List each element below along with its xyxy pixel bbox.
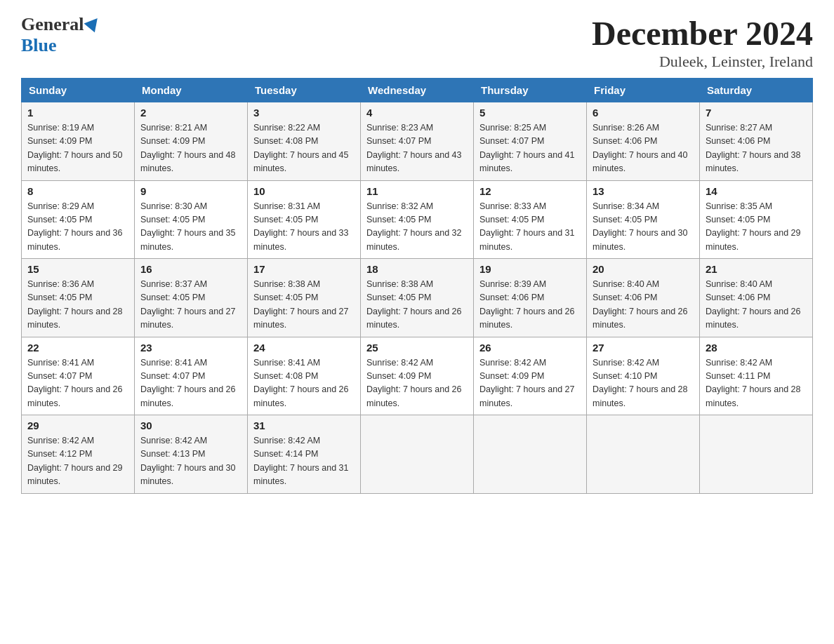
calendar-day-cell: 2Sunrise: 8:21 AMSunset: 4:09 PMDaylight… <box>135 102 248 181</box>
day-number: 21 <box>706 263 807 275</box>
header-saturday: Saturday <box>700 79 813 102</box>
day-info: Sunrise: 8:37 AMSunset: 4:05 PMDaylight:… <box>140 279 236 330</box>
day-number: 2 <box>140 107 241 119</box>
day-info: Sunrise: 8:42 AMSunset: 4:11 PMDaylight:… <box>706 358 801 408</box>
day-number: 8 <box>27 185 128 197</box>
day-number: 10 <box>253 185 355 197</box>
day-info: Sunrise: 8:25 AMSunset: 4:07 PMDaylight:… <box>479 123 575 173</box>
calendar-day-cell: 14Sunrise: 8:35 AMSunset: 4:05 PMDayligh… <box>700 180 813 259</box>
calendar-table: Sunday Monday Tuesday Wednesday Thursday… <box>21 78 813 494</box>
calendar-week-row: 15Sunrise: 8:36 AMSunset: 4:05 PMDayligh… <box>22 259 813 337</box>
calendar-day-cell: 8Sunrise: 8:29 AMSunset: 4:05 PMDaylight… <box>22 180 135 259</box>
calendar-day-cell: 1Sunrise: 8:19 AMSunset: 4:09 PMDaylight… <box>22 102 135 181</box>
header-tuesday: Tuesday <box>248 79 361 102</box>
calendar-day-cell: 27Sunrise: 8:42 AMSunset: 4:10 PMDayligh… <box>587 337 700 415</box>
calendar-day-cell: 15Sunrise: 8:36 AMSunset: 4:05 PMDayligh… <box>22 259 135 337</box>
logo-blue-text: Blue <box>21 35 57 56</box>
day-number: 19 <box>479 263 581 275</box>
calendar-day-cell: 4Sunrise: 8:23 AMSunset: 4:07 PMDaylight… <box>361 102 474 181</box>
day-number: 25 <box>366 342 468 354</box>
day-number: 20 <box>593 263 694 275</box>
day-number: 31 <box>253 420 355 431</box>
header-sunday: Sunday <box>22 79 135 102</box>
day-number: 16 <box>140 263 241 275</box>
day-number: 15 <box>27 263 128 275</box>
day-info: Sunrise: 8:40 AMSunset: 4:06 PMDaylight:… <box>706 279 801 330</box>
day-info: Sunrise: 8:23 AMSunset: 4:07 PMDaylight:… <box>366 123 462 173</box>
calendar-day-cell: 19Sunrise: 8:39 AMSunset: 4:06 PMDayligh… <box>474 259 587 337</box>
calendar-day-cell <box>474 415 587 494</box>
header-thursday: Thursday <box>474 79 587 102</box>
calendar-day-cell <box>361 415 474 494</box>
day-number: 6 <box>593 107 694 119</box>
day-number: 1 <box>27 107 128 119</box>
day-info: Sunrise: 8:41 AMSunset: 4:07 PMDaylight:… <box>27 358 123 408</box>
calendar-day-cell <box>587 415 700 494</box>
calendar-day-cell: 6Sunrise: 8:26 AMSunset: 4:06 PMDaylight… <box>587 102 700 181</box>
calendar-day-cell: 20Sunrise: 8:40 AMSunset: 4:06 PMDayligh… <box>587 259 700 337</box>
day-number: 4 <box>366 107 468 119</box>
calendar-day-cell: 26Sunrise: 8:42 AMSunset: 4:09 PMDayligh… <box>474 337 587 415</box>
day-number: 18 <box>366 263 468 275</box>
calendar-day-cell: 11Sunrise: 8:32 AMSunset: 4:05 PMDayligh… <box>361 180 474 259</box>
day-info: Sunrise: 8:42 AMSunset: 4:10 PMDaylight:… <box>593 358 688 408</box>
day-info: Sunrise: 8:30 AMSunset: 4:05 PMDaylight:… <box>140 201 236 252</box>
calendar-day-cell <box>700 415 813 494</box>
calendar-day-cell: 17Sunrise: 8:38 AMSunset: 4:05 PMDayligh… <box>248 259 361 337</box>
calendar-day-cell: 25Sunrise: 8:42 AMSunset: 4:09 PMDayligh… <box>361 337 474 415</box>
header-wednesday: Wednesday <box>361 79 474 102</box>
header-friday: Friday <box>587 79 700 102</box>
calendar-day-cell: 28Sunrise: 8:42 AMSunset: 4:11 PMDayligh… <box>700 337 813 415</box>
day-number: 30 <box>140 420 241 431</box>
calendar-day-cell: 12Sunrise: 8:33 AMSunset: 4:05 PMDayligh… <box>474 180 587 259</box>
calendar-day-cell: 13Sunrise: 8:34 AMSunset: 4:05 PMDayligh… <box>587 180 700 259</box>
calendar-day-cell: 9Sunrise: 8:30 AMSunset: 4:05 PMDaylight… <box>135 180 248 259</box>
logo: General Blue <box>21 14 100 56</box>
calendar-day-cell: 7Sunrise: 8:27 AMSunset: 4:06 PMDaylight… <box>700 102 813 181</box>
day-number: 3 <box>253 107 355 119</box>
header-monday: Monday <box>135 79 248 102</box>
day-info: Sunrise: 8:36 AMSunset: 4:05 PMDaylight:… <box>27 279 123 330</box>
day-info: Sunrise: 8:38 AMSunset: 4:05 PMDaylight:… <box>253 279 349 330</box>
location-title: Duleek, Leinster, Ireland <box>592 53 813 71</box>
day-number: 28 <box>706 342 807 354</box>
calendar-day-cell: 23Sunrise: 8:41 AMSunset: 4:07 PMDayligh… <box>135 337 248 415</box>
day-info: Sunrise: 8:39 AMSunset: 4:06 PMDaylight:… <box>479 279 575 330</box>
day-info: Sunrise: 8:42 AMSunset: 4:09 PMDaylight:… <box>366 358 462 408</box>
day-info: Sunrise: 8:41 AMSunset: 4:08 PMDaylight:… <box>253 358 349 408</box>
calendar-day-cell: 21Sunrise: 8:40 AMSunset: 4:06 PMDayligh… <box>700 259 813 337</box>
calendar-day-cell: 3Sunrise: 8:22 AMSunset: 4:08 PMDaylight… <box>248 102 361 181</box>
day-number: 22 <box>27 342 128 354</box>
day-info: Sunrise: 8:42 AMSunset: 4:09 PMDaylight:… <box>479 358 575 408</box>
day-number: 24 <box>253 342 355 354</box>
day-number: 14 <box>706 185 807 197</box>
calendar-day-cell: 5Sunrise: 8:25 AMSunset: 4:07 PMDaylight… <box>474 102 587 181</box>
day-info: Sunrise: 8:42 AMSunset: 4:14 PMDaylight:… <box>253 436 349 486</box>
calendar-day-cell: 16Sunrise: 8:37 AMSunset: 4:05 PMDayligh… <box>135 259 248 337</box>
logo-general-text: General <box>21 14 84 35</box>
calendar-week-row: 8Sunrise: 8:29 AMSunset: 4:05 PMDaylight… <box>22 180 813 259</box>
day-info: Sunrise: 8:42 AMSunset: 4:12 PMDaylight:… <box>27 436 123 486</box>
day-info: Sunrise: 8:19 AMSunset: 4:09 PMDaylight:… <box>27 123 123 173</box>
logo-blue-part <box>84 17 100 32</box>
calendar-week-row: 1Sunrise: 8:19 AMSunset: 4:09 PMDaylight… <box>22 102 813 181</box>
calendar-day-cell: 10Sunrise: 8:31 AMSunset: 4:05 PMDayligh… <box>248 180 361 259</box>
calendar-day-cell: 18Sunrise: 8:38 AMSunset: 4:05 PMDayligh… <box>361 259 474 337</box>
calendar-day-cell: 31Sunrise: 8:42 AMSunset: 4:14 PMDayligh… <box>248 415 361 494</box>
day-info: Sunrise: 8:42 AMSunset: 4:13 PMDaylight:… <box>140 436 236 486</box>
day-info: Sunrise: 8:38 AMSunset: 4:05 PMDaylight:… <box>366 279 462 330</box>
calendar-header-row: Sunday Monday Tuesday Wednesday Thursday… <box>22 79 813 102</box>
logo-triangle-icon <box>84 14 102 33</box>
page-header: General Blue December 2024 Duleek, Leins… <box>21 14 813 71</box>
calendar-day-cell: 22Sunrise: 8:41 AMSunset: 4:07 PMDayligh… <box>22 337 135 415</box>
day-number: 17 <box>253 263 355 275</box>
day-info: Sunrise: 8:32 AMSunset: 4:05 PMDaylight:… <box>366 201 462 252</box>
day-info: Sunrise: 8:34 AMSunset: 4:05 PMDaylight:… <box>593 201 688 252</box>
day-info: Sunrise: 8:41 AMSunset: 4:07 PMDaylight:… <box>140 358 236 408</box>
day-info: Sunrise: 8:31 AMSunset: 4:05 PMDaylight:… <box>253 201 349 252</box>
day-info: Sunrise: 8:33 AMSunset: 4:05 PMDaylight:… <box>479 201 575 252</box>
day-info: Sunrise: 8:22 AMSunset: 4:08 PMDaylight:… <box>253 123 349 173</box>
calendar-day-cell: 29Sunrise: 8:42 AMSunset: 4:12 PMDayligh… <box>22 415 135 494</box>
day-number: 11 <box>366 185 468 197</box>
day-number: 27 <box>593 342 694 354</box>
